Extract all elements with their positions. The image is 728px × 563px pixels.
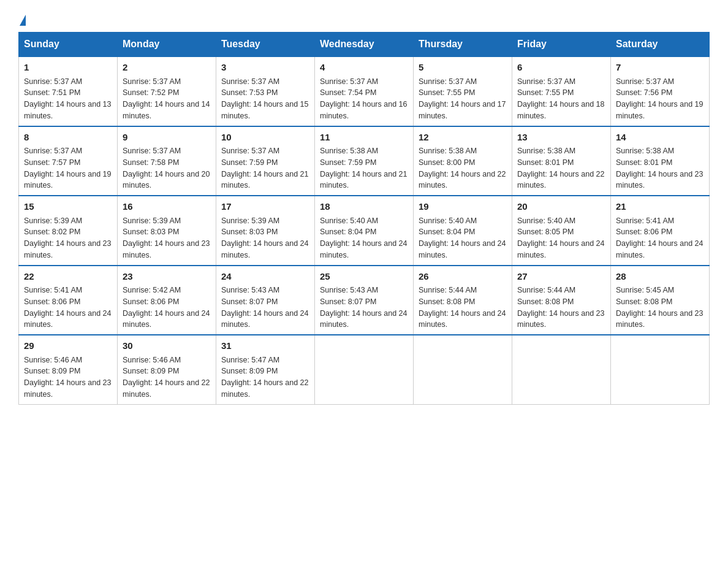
day-number: 30 xyxy=(123,339,211,353)
day-number: 20 xyxy=(517,200,605,214)
daylight-text: Daylight: 14 hours and 19 minutes. xyxy=(24,170,111,190)
calendar-cell: 7Sunrise: 5:37 AMSunset: 7:56 PMDaylight… xyxy=(611,56,710,126)
calendar-cell: 27Sunrise: 5:44 AMSunset: 8:08 PMDayligh… xyxy=(512,266,611,335)
day-number: 18 xyxy=(320,200,408,214)
daylight-text: Daylight: 14 hours and 22 minutes. xyxy=(517,170,604,190)
daylight-text: Daylight: 14 hours and 21 minutes. xyxy=(320,170,407,190)
daylight-text: Daylight: 14 hours and 24 minutes. xyxy=(320,239,407,259)
day-number: 3 xyxy=(221,61,309,75)
calendar-cell: 30Sunrise: 5:46 AMSunset: 8:09 PMDayligh… xyxy=(118,335,216,404)
calendar-cell xyxy=(414,335,512,404)
sunset-text: Sunset: 8:09 PM xyxy=(123,367,179,375)
sunrise-text: Sunrise: 5:37 AM xyxy=(123,77,181,86)
sunrise-text: Sunrise: 5:42 AM xyxy=(123,286,181,294)
sunrise-text: Sunrise: 5:37 AM xyxy=(320,77,378,86)
day-number: 11 xyxy=(320,131,408,145)
calendar-cell: 13Sunrise: 5:38 AMSunset: 8:01 PMDayligh… xyxy=(512,126,611,196)
day-number: 16 xyxy=(123,200,211,214)
calendar-cell: 5Sunrise: 5:37 AMSunset: 7:55 PMDaylight… xyxy=(414,56,512,126)
calendar-cell: 3Sunrise: 5:37 AMSunset: 7:53 PMDaylight… xyxy=(216,56,315,126)
sunset-text: Sunset: 7:53 PM xyxy=(221,88,278,97)
day-number: 10 xyxy=(221,131,309,145)
day-number: 2 xyxy=(123,61,211,75)
sunset-text: Sunset: 8:08 PM xyxy=(616,297,672,306)
calendar-cell: 24Sunrise: 5:43 AMSunset: 8:07 PMDayligh… xyxy=(216,266,315,335)
calendar-cell: 31Sunrise: 5:47 AMSunset: 8:09 PMDayligh… xyxy=(216,335,315,404)
sunrise-text: Sunrise: 5:37 AM xyxy=(419,77,477,86)
weekday-header-tuesday: Tuesday xyxy=(216,33,315,57)
sunrise-text: Sunrise: 5:47 AM xyxy=(221,356,279,364)
page-header xyxy=(18,12,710,26)
sunset-text: Sunset: 8:03 PM xyxy=(221,228,278,236)
day-number: 6 xyxy=(517,61,605,75)
daylight-text: Daylight: 14 hours and 22 minutes. xyxy=(221,378,308,399)
calendar-cell: 23Sunrise: 5:42 AMSunset: 8:06 PMDayligh… xyxy=(118,266,216,335)
sunset-text: Sunset: 8:04 PM xyxy=(320,228,376,236)
sunset-text: Sunset: 8:07 PM xyxy=(320,297,376,306)
sunrise-text: Sunrise: 5:46 AM xyxy=(123,356,181,364)
sunset-text: Sunset: 8:02 PM xyxy=(24,228,80,236)
calendar-cell: 14Sunrise: 5:38 AMSunset: 8:01 PMDayligh… xyxy=(611,126,710,196)
daylight-text: Daylight: 14 hours and 24 minutes. xyxy=(419,239,506,259)
day-number: 25 xyxy=(320,270,408,284)
sunrise-text: Sunrise: 5:37 AM xyxy=(517,77,575,86)
calendar-cell: 18Sunrise: 5:40 AMSunset: 8:04 PMDayligh… xyxy=(315,196,414,266)
daylight-text: Daylight: 14 hours and 24 minutes. xyxy=(517,239,604,259)
sunrise-text: Sunrise: 5:44 AM xyxy=(517,286,575,294)
calendar-week-row: 8Sunrise: 5:37 AMSunset: 7:57 PMDaylight… xyxy=(19,126,710,196)
sunrise-text: Sunrise: 5:37 AM xyxy=(221,147,279,155)
weekday-header-monday: Monday xyxy=(118,33,216,57)
daylight-text: Daylight: 14 hours and 15 minutes. xyxy=(221,100,308,120)
weekday-header-sunday: Sunday xyxy=(19,33,118,57)
sunset-text: Sunset: 8:08 PM xyxy=(419,297,475,306)
sunrise-text: Sunrise: 5:38 AM xyxy=(517,147,575,155)
daylight-text: Daylight: 14 hours and 22 minutes. xyxy=(419,170,506,190)
calendar-week-row: 22Sunrise: 5:41 AMSunset: 8:06 PMDayligh… xyxy=(19,266,710,335)
calendar-cell: 29Sunrise: 5:46 AMSunset: 8:09 PMDayligh… xyxy=(19,335,118,404)
sunset-text: Sunset: 7:51 PM xyxy=(24,88,80,97)
day-number: 31 xyxy=(221,339,309,353)
calendar-week-row: 15Sunrise: 5:39 AMSunset: 8:02 PMDayligh… xyxy=(19,196,710,266)
day-number: 12 xyxy=(419,131,507,145)
daylight-text: Daylight: 14 hours and 24 minutes. xyxy=(616,239,703,259)
daylight-text: Daylight: 14 hours and 19 minutes. xyxy=(616,100,703,120)
sunrise-text: Sunrise: 5:41 AM xyxy=(616,216,674,225)
day-number: 19 xyxy=(419,200,507,214)
sunset-text: Sunset: 7:55 PM xyxy=(517,88,574,97)
sunset-text: Sunset: 8:09 PM xyxy=(24,367,80,375)
sunset-text: Sunset: 8:01 PM xyxy=(517,158,574,167)
calendar-cell: 4Sunrise: 5:37 AMSunset: 7:54 PMDaylight… xyxy=(315,56,414,126)
calendar-cell: 8Sunrise: 5:37 AMSunset: 7:57 PMDaylight… xyxy=(19,126,118,196)
sunrise-text: Sunrise: 5:38 AM xyxy=(419,147,477,155)
sunset-text: Sunset: 7:56 PM xyxy=(616,88,672,97)
daylight-text: Daylight: 14 hours and 24 minutes. xyxy=(123,309,210,329)
day-number: 21 xyxy=(616,200,704,214)
daylight-text: Daylight: 14 hours and 22 minutes. xyxy=(123,378,210,399)
calendar-cell: 25Sunrise: 5:43 AMSunset: 8:07 PMDayligh… xyxy=(315,266,414,335)
daylight-text: Daylight: 14 hours and 18 minutes. xyxy=(517,100,604,120)
sunrise-text: Sunrise: 5:37 AM xyxy=(24,77,82,86)
sunrise-text: Sunrise: 5:40 AM xyxy=(320,216,378,225)
sunrise-text: Sunrise: 5:37 AM xyxy=(24,147,82,155)
calendar-cell: 26Sunrise: 5:44 AMSunset: 8:08 PMDayligh… xyxy=(414,266,512,335)
sunrise-text: Sunrise: 5:39 AM xyxy=(24,216,82,225)
sunrise-text: Sunrise: 5:44 AM xyxy=(419,286,477,294)
daylight-text: Daylight: 14 hours and 23 minutes. xyxy=(24,239,111,259)
sunrise-text: Sunrise: 5:38 AM xyxy=(616,147,674,155)
day-number: 17 xyxy=(221,200,309,214)
sunset-text: Sunset: 8:09 PM xyxy=(221,367,278,375)
calendar-table: SundayMondayTuesdayWednesdayThursdayFrid… xyxy=(18,32,710,405)
calendar-week-row: 29Sunrise: 5:46 AMSunset: 8:09 PMDayligh… xyxy=(19,335,710,404)
sunrise-text: Sunrise: 5:43 AM xyxy=(221,286,279,294)
weekday-header-wednesday: Wednesday xyxy=(315,33,414,57)
calendar-cell: 17Sunrise: 5:39 AMSunset: 8:03 PMDayligh… xyxy=(216,196,315,266)
calendar-cell: 22Sunrise: 5:41 AMSunset: 8:06 PMDayligh… xyxy=(19,266,118,335)
sunrise-text: Sunrise: 5:40 AM xyxy=(517,216,575,225)
logo xyxy=(18,12,26,26)
day-number: 7 xyxy=(616,61,704,75)
calendar-cell: 9Sunrise: 5:37 AMSunset: 7:58 PMDaylight… xyxy=(118,126,216,196)
daylight-text: Daylight: 14 hours and 24 minutes. xyxy=(419,309,506,329)
daylight-text: Daylight: 14 hours and 23 minutes. xyxy=(616,309,703,329)
weekday-header-row: SundayMondayTuesdayWednesdayThursdayFrid… xyxy=(19,33,710,57)
day-number: 27 xyxy=(517,270,605,284)
